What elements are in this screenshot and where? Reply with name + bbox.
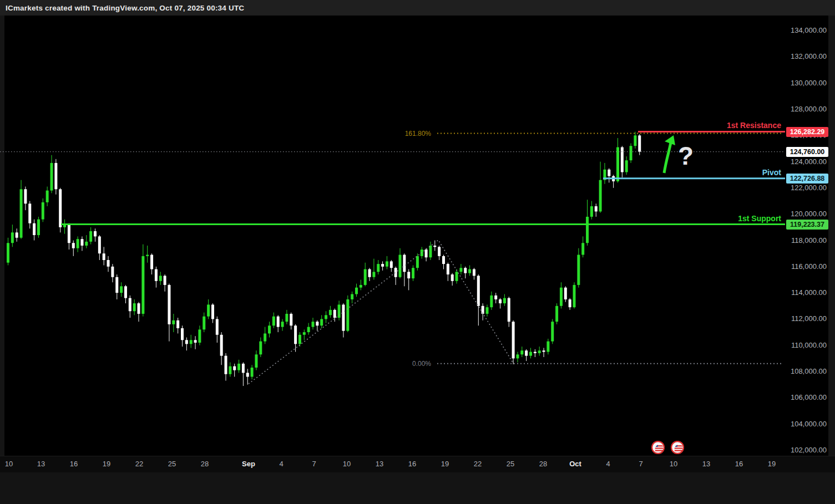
date-tick-label: 7 [312, 460, 316, 468]
up-candle [272, 317, 275, 326]
price-tick-label: 112,000.00 [782, 314, 827, 323]
down-candle [233, 366, 236, 370]
fib-retracement-lines[interactable] [437, 134, 783, 364]
price-tick-label: 108,000.00 [782, 367, 827, 375]
up-candle [229, 366, 231, 374]
price-tick-label: 110,000.00 [782, 341, 827, 349]
up-candle [503, 298, 506, 303]
resistance-price-tag: 126,282.29 [786, 127, 828, 137]
down-candle [525, 350, 528, 355]
up-candle [46, 191, 49, 202]
up-candle [133, 303, 136, 311]
down-candle [390, 261, 393, 268]
down-candle [115, 277, 118, 293]
down-candle [211, 304, 214, 319]
down-candle [59, 189, 62, 227]
up-candle [307, 327, 310, 332]
up-candle [399, 255, 402, 277]
fib-0-label: 0.00% [412, 360, 431, 368]
up-candle [89, 231, 92, 242]
horizontal-level-lines[interactable] [61, 132, 785, 225]
date-tick-label: 16 [70, 460, 78, 468]
down-candle [451, 274, 454, 281]
footer-bar: TradingView [0, 472, 835, 504]
up-candle [298, 335, 301, 344]
date-tick-label: 13 [702, 460, 710, 468]
price-chart-canvas[interactable] [0, 0, 835, 504]
up-candle [634, 135, 636, 146]
support-price-tag: 119,223.37 [786, 220, 828, 230]
down-candle [194, 340, 197, 343]
up-candle [172, 320, 175, 324]
up-candle [364, 269, 367, 285]
down-candle [316, 322, 318, 325]
date-tick-label: 25 [507, 460, 514, 468]
down-candle [124, 286, 127, 298]
pivot-price-tag: 122,726.88 [786, 174, 828, 184]
date-tick-label: 22 [135, 460, 143, 468]
down-candle [342, 304, 345, 330]
up-candle [355, 288, 358, 294]
up-candle [325, 315, 327, 319]
us-flag-event-icon[interactable] [651, 441, 665, 454]
up-candle [159, 276, 162, 281]
down-candle [368, 269, 371, 277]
down-candle [98, 236, 101, 253]
down-candle [290, 314, 292, 325]
up-candle [120, 286, 123, 293]
green-arrow-annotation[interactable] [664, 135, 675, 173]
up-candle [586, 217, 589, 243]
date-tick-label: 16 [408, 460, 416, 468]
up-candle [581, 243, 584, 254]
up-candle [573, 285, 576, 307]
price-tick-label: 130,000.00 [782, 79, 827, 87]
date-tick-label: 13 [376, 460, 383, 468]
price-tick-label: 102,000.00 [782, 446, 827, 454]
date-tick-label: Sep [242, 460, 255, 468]
down-candle [138, 303, 140, 314]
down-candle [477, 276, 480, 306]
down-candle [111, 267, 114, 277]
down-candle [534, 352, 537, 353]
up-candle [468, 269, 471, 273]
down-candle [94, 231, 97, 236]
down-candle [16, 232, 18, 237]
down-candle [277, 317, 280, 327]
down-candle [473, 269, 475, 276]
up-candle [630, 146, 632, 160]
price-tick-label: 128,000.00 [782, 105, 827, 113]
up-candle [486, 307, 489, 314]
up-candle [625, 160, 628, 172]
right-margin [828, 16, 835, 472]
up-candle [285, 314, 288, 322]
dotted-trendlines[interactable] [249, 240, 513, 384]
date-tick-label: 7 [639, 460, 642, 468]
pivot-label: Pivot [762, 168, 781, 177]
time-axis[interactable]: 10131619222528Sep4710131619222528Oct4710… [0, 456, 835, 473]
down-candle [225, 356, 227, 374]
up-candle [351, 294, 353, 299]
down-candle [150, 255, 153, 269]
down-candle [447, 264, 449, 274]
down-candle [543, 350, 545, 352]
up-candle [207, 304, 210, 316]
up-candle [529, 352, 532, 356]
date-tick-label: 13 [37, 460, 45, 468]
down-candle [564, 288, 567, 299]
date-tick-label: 4 [279, 460, 283, 468]
us-flag-event-icon[interactable] [671, 441, 684, 454]
up-candle [259, 342, 262, 355]
date-tick-label: 28 [539, 460, 547, 468]
down-candle [294, 325, 297, 344]
down-candle [68, 225, 70, 243]
date-tick-label: 19 [103, 460, 110, 468]
down-candle [394, 268, 397, 277]
up-candle [599, 180, 602, 212]
down-candle [569, 299, 571, 307]
date-tick-label: 19 [768, 460, 776, 468]
date-tick-label: 16 [735, 460, 743, 468]
up-candle [546, 342, 549, 352]
up-candle [37, 220, 40, 235]
down-candle [220, 335, 223, 356]
up-candle [456, 272, 458, 281]
